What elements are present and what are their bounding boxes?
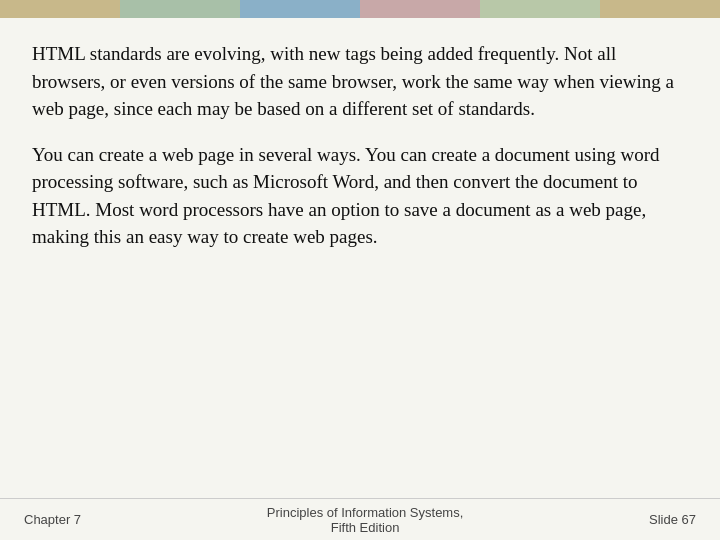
bar-segment-2 [120, 0, 240, 18]
footer-title-line1: Principles of Information Systems, [267, 505, 464, 520]
footer-slide-number: Slide 67 [649, 512, 696, 527]
top-decorative-bar [0, 0, 720, 18]
bar-segment-3 [240, 0, 360, 18]
slide-footer: Chapter 7 Principles of Information Syst… [0, 498, 720, 540]
paragraph-2: You can create a web page in several way… [32, 141, 688, 251]
main-content: HTML standards are evolving, with new ta… [0, 18, 720, 488]
bar-segment-1 [0, 0, 120, 18]
footer-title: Principles of Information Systems, Fifth… [81, 505, 649, 535]
bar-segment-4 [360, 0, 480, 18]
paragraph-1: HTML standards are evolving, with new ta… [32, 40, 688, 123]
bar-segment-6 [600, 0, 720, 18]
bar-segment-5 [480, 0, 600, 18]
footer-chapter: Chapter 7 [24, 512, 81, 527]
footer-title-line2: Fifth Edition [331, 520, 400, 535]
